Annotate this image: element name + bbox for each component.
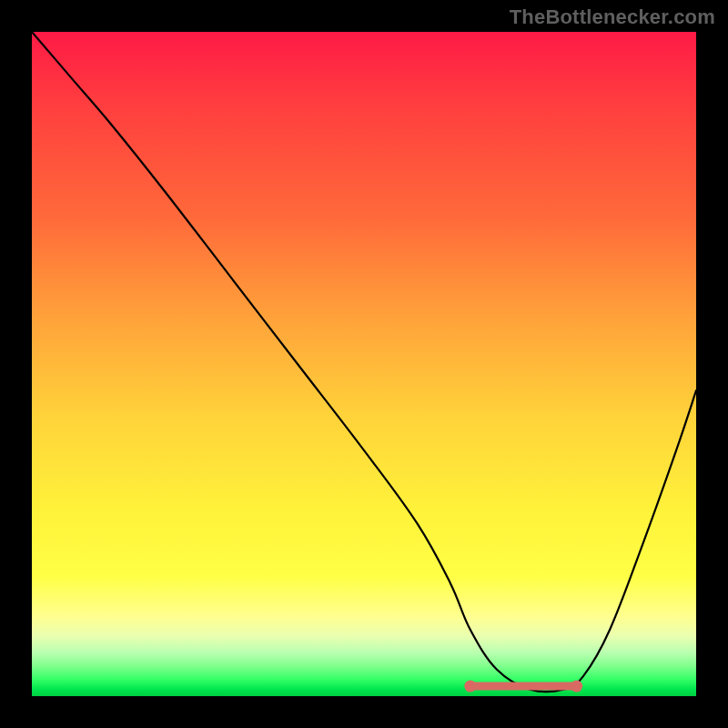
- watermark-text: TheBottlenecker.com: [510, 5, 715, 29]
- chart-frame: TheBottlenecker.com: [0, 0, 728, 728]
- optimal-region-end-dot: [571, 681, 582, 693]
- bottleneck-curve: [32, 32, 696, 692]
- chart-svg: [32, 32, 696, 696]
- optimal-region-start-dot: [464, 681, 476, 693]
- plot-area: [32, 32, 696, 696]
